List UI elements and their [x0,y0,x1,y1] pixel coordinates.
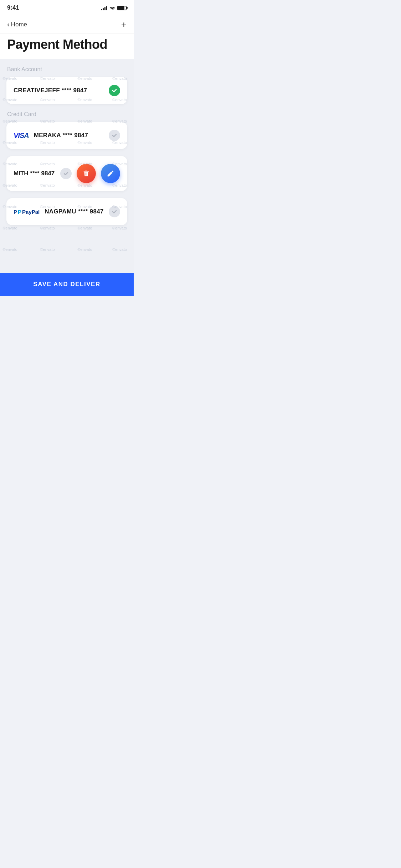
wifi-icon [109,6,115,10]
visa-logo: VISA [14,131,29,140]
visa-mith-name: MITH **** 9847 [14,170,55,177]
bank-account-label: Bank Account [7,66,127,73]
status-time: 9:41 [7,4,19,11]
paypal-name: NAGPAMU **** 9847 [45,208,103,215]
bank-account-section: Bank Account CREATIVEJEFF **** 9847 [6,66,127,104]
selected-check-badge [109,85,120,96]
card-left: CREATIVEJEFF **** 9847 [14,87,87,94]
status-icons [101,5,127,10]
signal-icon [101,5,107,10]
content-area: ©envato©envato©envato©envato©envato©enva… [0,59,134,273]
visa-meraka-card[interactable]: VISA MERAKA **** 9847 [6,122,127,149]
bank-account-card[interactable]: CREATIVEJEFF **** 9847 [6,77,127,104]
paypal-card[interactable]: P P PayPal NAGPAMU **** 9847 [6,198,127,225]
battery-icon [117,6,127,10]
page-title-section: Payment Method [0,33,134,59]
unselected-check-badge-2 [60,168,72,179]
credit-card-section: Credit Card VISA MERAKA **** 9847 MITH *… [6,111,127,225]
card-left: MITH **** 9847 [14,170,55,177]
card-left: VISA MERAKA **** 9847 [14,131,88,140]
add-button[interactable]: + [121,20,127,29]
paypal-logo: P P PayPal [14,209,40,215]
unselected-check-badge [109,130,120,141]
visa-mith-card[interactable]: MITH **** 9847 [6,156,127,191]
credit-card-label: Credit Card [7,111,127,118]
back-label: Home [11,21,27,28]
edit-icon [107,170,114,177]
bank-card-name: CREATIVEJEFF **** 9847 [14,87,87,94]
back-chevron-icon: ‹ [7,20,10,29]
back-button[interactable]: ‹ Home [7,20,27,29]
card-left: P P PayPal NAGPAMU **** 9847 [14,208,104,215]
edit-button[interactable] [101,164,120,183]
page-title: Payment Method [7,37,127,52]
delete-button[interactable] [77,164,96,183]
status-bar: 9:41 [0,0,134,16]
trash-icon [82,170,90,177]
unselected-check-badge-3 [109,206,120,217]
visa-meraka-name: MERAKA **** 9847 [34,132,88,139]
save-button-label: SAVE AND DELIVER [33,281,100,288]
nav-bar: ‹ Home + [0,16,134,33]
bottom-bar[interactable]: SAVE AND DELIVER [0,273,134,296]
